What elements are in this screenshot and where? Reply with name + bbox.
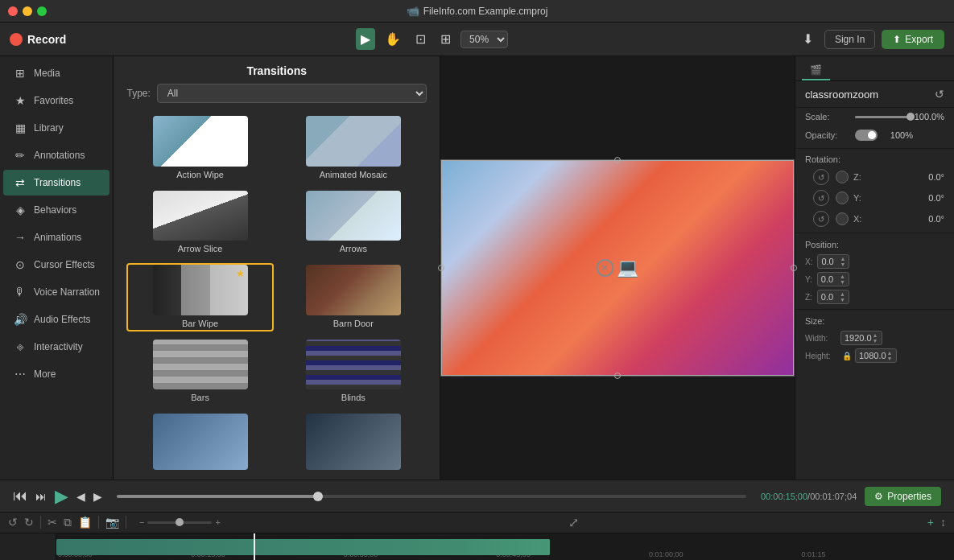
lock-icon[interactable]: 🔒 bbox=[842, 352, 852, 360]
record-button[interactable]: Record bbox=[10, 33, 66, 46]
pos-y-up[interactable]: ▲ bbox=[840, 274, 845, 279]
gear-icon: ⚙ bbox=[874, 491, 883, 502]
rotation-z-circle[interactable] bbox=[836, 171, 849, 183]
sidebar-item-library[interactable]: ▦ Library bbox=[3, 115, 109, 141]
sidebar-item-audio-effects[interactable]: 🔊 Audio Effects bbox=[3, 307, 109, 332]
transition-arrows[interactable]: Arrows bbox=[280, 189, 427, 257]
close-button[interactable] bbox=[8, 6, 18, 16]
props-tab-video[interactable]: 🎬 bbox=[802, 61, 830, 80]
prev-frame-button[interactable]: ◀ bbox=[76, 490, 85, 503]
sidebar-item-cursor-effects[interactable]: ⊙ Cursor Effects bbox=[3, 252, 109, 278]
sidebar-item-more[interactable]: ⋯ More bbox=[3, 361, 109, 387]
handle-left-center[interactable] bbox=[438, 265, 444, 271]
copy-button[interactable]: ⧉ bbox=[64, 516, 72, 529]
expand-timeline-button[interactable]: ⤢ bbox=[568, 515, 579, 530]
height-up[interactable]: ▲ bbox=[887, 350, 893, 356]
height-down[interactable]: ▼ bbox=[887, 356, 893, 361]
add-track-button[interactable]: + bbox=[927, 516, 934, 529]
pos-z-up[interactable]: ▲ bbox=[840, 291, 845, 297]
type-filter: Type: All bbox=[114, 84, 439, 111]
play-button[interactable]: ▶ bbox=[55, 486, 68, 507]
width-spinners[interactable]: ▲ ▼ bbox=[873, 332, 878, 344]
next-frame-button[interactable]: ▶ bbox=[93, 490, 102, 503]
pos-x-down[interactable]: ▼ bbox=[840, 261, 845, 267]
rotation-x-icon[interactable]: ↺ bbox=[813, 211, 829, 227]
transform-tool[interactable]: ⊞ bbox=[436, 28, 456, 50]
play-handle[interactable] bbox=[313, 492, 323, 501]
transition-bar-wipe[interactable]: ★ Bar Wipe bbox=[126, 263, 273, 331]
sidebar-item-animations[interactable]: → Animations bbox=[3, 224, 109, 250]
sidebar-item-voice-narration[interactable]: 🎙 Voice Narration bbox=[3, 279, 109, 305]
position-z-spinners[interactable]: ▲ ▼ bbox=[840, 291, 845, 303]
opacity-toggle[interactable] bbox=[855, 130, 878, 141]
transition-bars[interactable]: Bars bbox=[126, 338, 273, 406]
handle-right-center[interactable] bbox=[791, 265, 797, 271]
width-field[interactable]: 1920.0 ▲ ▼ bbox=[840, 331, 882, 345]
sidebar-item-annotations[interactable]: ✏ Annotations bbox=[3, 142, 109, 168]
timeline: ↺ ↻ ✂ ⧉ 📋 📷 − + ⤢ + ↕ 0:00:00;00 0:00:15… bbox=[0, 512, 954, 560]
properties-button[interactable]: ⚙ Properties bbox=[865, 487, 941, 506]
zoom-track[interactable] bbox=[147, 521, 212, 524]
step-back-button[interactable]: ⏮ bbox=[13, 488, 27, 504]
handle-bottom-center[interactable] bbox=[614, 373, 621, 379]
transition-blinds[interactable]: Blinds bbox=[280, 338, 427, 406]
zoom-select[interactable]: 50% bbox=[460, 31, 508, 48]
voice-narration-icon: 🎙 bbox=[13, 286, 27, 299]
transition-thumb bbox=[153, 414, 248, 470]
transition-action-wipe[interactable]: Action Wipe bbox=[126, 114, 273, 183]
sidebar-item-behaviors[interactable]: ◈ Behaviors bbox=[3, 197, 109, 223]
props-refresh-icon[interactable]: ↺ bbox=[935, 88, 944, 101]
expand-icon[interactable]: ↕ bbox=[940, 516, 946, 529]
rotation-x-circle[interactable] bbox=[836, 212, 849, 225]
transition-barn-door[interactable]: Barn Door bbox=[280, 263, 427, 331]
toolbar: Record ▶ ✋ ⊡ ⊞ 50% ⬇ Sign In ⬆ Export bbox=[0, 23, 954, 56]
pos-y-down[interactable]: ▼ bbox=[840, 279, 845, 285]
height-field[interactable]: 1080.0 ▲ ▼ bbox=[855, 348, 897, 363]
transition-arrow-slice[interactable]: Arrow Slice bbox=[126, 189, 273, 257]
timeline-clip[interactable] bbox=[56, 539, 550, 555]
redo-button[interactable]: ↻ bbox=[24, 516, 34, 529]
position-z-field[interactable]: 0.0 ▲ ▼ bbox=[817, 290, 849, 304]
signin-button[interactable]: Sign In bbox=[824, 30, 875, 49]
transition-extra1[interactable] bbox=[126, 412, 273, 476]
preview-canvas[interactable]: ✕ 💻 bbox=[440, 159, 795, 377]
sidebar-item-transitions[interactable]: ⇄ Transitions bbox=[3, 170, 109, 196]
width-down[interactable]: ▼ bbox=[873, 338, 878, 344]
undo-button[interactable]: ↺ bbox=[8, 516, 18, 529]
export-button[interactable]: ⬆ Export bbox=[882, 30, 944, 49]
position-y-spinners[interactable]: ▲ ▼ bbox=[840, 274, 845, 285]
playhead[interactable]: 0:00:15;00 bbox=[254, 533, 255, 560]
step-forward-button[interactable]: ⏭ bbox=[35, 490, 47, 503]
crop-tool[interactable]: ⊡ bbox=[411, 28, 431, 50]
rotation-z-icon[interactable]: ↺ bbox=[813, 169, 829, 185]
pos-z-down[interactable]: ▼ bbox=[840, 297, 845, 303]
cut-button[interactable]: ✂ bbox=[47, 516, 57, 529]
zoom-handle[interactable] bbox=[176, 518, 184, 526]
sidebar-item-favorites[interactable]: ★ Favorites bbox=[3, 88, 109, 113]
height-spinners[interactable]: ▲ ▼ bbox=[887, 350, 893, 361]
width-up[interactable]: ▲ bbox=[873, 332, 878, 338]
screenshot-button[interactable]: 📷 bbox=[105, 516, 119, 529]
pos-x-up[interactable]: ▲ bbox=[840, 256, 845, 261]
sidebar-item-interactivity[interactable]: ⎆ Interactivity bbox=[3, 334, 109, 360]
rotation-y-circle[interactable] bbox=[836, 191, 849, 204]
play-progress-bar[interactable] bbox=[117, 495, 746, 498]
position-x-spinners[interactable]: ▲ ▼ bbox=[840, 256, 845, 267]
rotation-y-axis: Y: bbox=[853, 193, 861, 203]
transition-animated-mosaic[interactable]: Animated Mosaic bbox=[280, 114, 427, 183]
sidebar-item-media[interactable]: ⊞ Media bbox=[3, 60, 109, 86]
transition-extra2[interactable] bbox=[280, 412, 427, 476]
minimize-button[interactable] bbox=[23, 6, 32, 16]
type-select[interactable]: All bbox=[157, 84, 427, 103]
fullscreen-button[interactable] bbox=[37, 6, 47, 16]
paste-button[interactable]: 📋 bbox=[78, 516, 92, 529]
track-area[interactable]: 0:00:00;00 0:00:15;00 0:00:30;00 0:00:45… bbox=[56, 533, 954, 560]
handle-top-center[interactable] bbox=[614, 157, 621, 163]
position-y-field[interactable]: 0.0 ▲ ▼ bbox=[817, 272, 849, 286]
download-icon[interactable]: ⬇ bbox=[798, 28, 818, 50]
position-x-field[interactable]: 0.0 ▲ ▼ bbox=[817, 254, 849, 269]
select-tool[interactable]: ▶ bbox=[356, 28, 375, 50]
pan-tool[interactable]: ✋ bbox=[380, 28, 406, 50]
rotation-y-icon[interactable]: ↺ bbox=[813, 190, 829, 206]
scale-slider[interactable] bbox=[855, 116, 911, 118]
